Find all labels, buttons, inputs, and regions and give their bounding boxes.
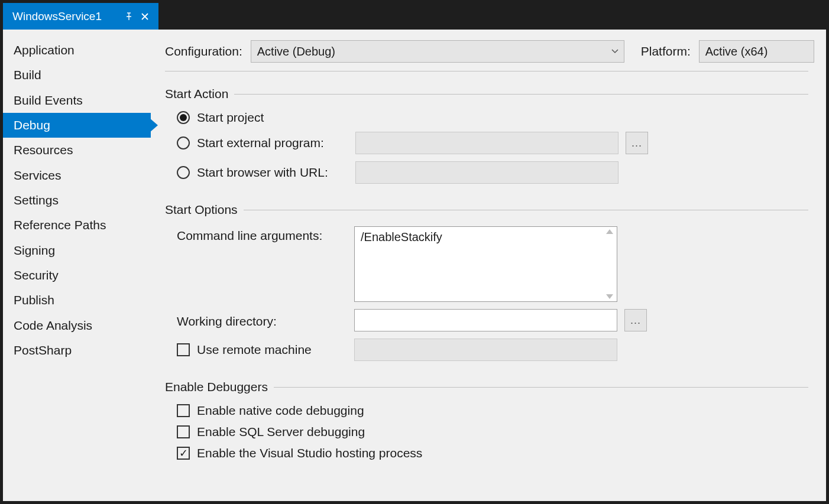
cmd-args-value: /EnableStackify: [361, 230, 442, 243]
hosting-process-label: Enable the Visual Studio hosting process: [197, 446, 422, 460]
sidebar-item-code-analysis[interactable]: Code Analysis: [3, 313, 151, 338]
enable-debuggers-heading: Enable Debuggers: [165, 380, 268, 394]
start-browser-label: Start browser with URL:: [197, 165, 355, 180]
workdir-label: Working directory:: [177, 312, 354, 329]
section-rule: [274, 387, 808, 388]
sidebar-item-services[interactable]: Services: [3, 163, 151, 188]
sidebar-item-resources[interactable]: Resources: [3, 138, 151, 162]
scroll-up-icon[interactable]: [605, 228, 614, 235]
workdir-input[interactable]: [354, 309, 617, 331]
sidebar-item-build[interactable]: Build: [3, 63, 151, 87]
remote-machine-label: Use remote machine: [197, 343, 354, 357]
configuration-label: Configuration:: [165, 44, 242, 58]
sidebar-item-application[interactable]: Application: [3, 38, 151, 63]
section-rule: [234, 94, 808, 95]
cmd-args-label: Command line arguments:: [177, 226, 354, 243]
sidebar-item-postsharp[interactable]: PostSharp: [3, 338, 151, 363]
platform-label: Platform:: [641, 44, 691, 58]
divider: [165, 71, 808, 71]
platform-value: Active (x64): [705, 45, 768, 58]
start-action-heading: Start Action: [165, 87, 228, 101]
platform-dropdown[interactable]: Active (x64): [699, 40, 814, 63]
radio-start-browser[interactable]: [177, 166, 190, 179]
tab-title: WindowsService1: [12, 10, 102, 23]
sidebar-item-reference-paths[interactable]: Reference Paths: [3, 213, 151, 238]
sidebar-item-settings[interactable]: Settings: [3, 188, 151, 213]
checkbox-hosting-process[interactable]: [177, 447, 190, 460]
radio-start-project[interactable]: [177, 111, 190, 124]
sidebar-item-signing[interactable]: Signing: [3, 238, 151, 263]
sidebar-item-publish[interactable]: Publish: [3, 288, 151, 313]
sidebar-item-debug[interactable]: Debug: [3, 113, 151, 138]
chevron-down-icon: [611, 48, 619, 54]
ellipsis-icon: ...: [630, 314, 641, 327]
start-project-label: Start project: [197, 110, 355, 125]
configuration-dropdown[interactable]: Active (Debug): [251, 40, 624, 63]
checkbox-remote-machine[interactable]: [177, 343, 190, 356]
start-browser-input[interactable]: [355, 161, 618, 184]
native-debug-label: Enable native code debugging: [197, 404, 364, 418]
cmd-args-input[interactable]: /EnableStackify: [354, 226, 617, 302]
browse-workdir-button[interactable]: ...: [624, 309, 647, 331]
section-rule: [244, 210, 808, 210]
start-external-label: Start external program:: [197, 136, 355, 150]
start-options-heading: Start Options: [165, 203, 238, 217]
sidebar: Application Build Build Events Debug Res…: [3, 30, 151, 501]
sidebar-item-security[interactable]: Security: [3, 263, 151, 288]
sql-debug-label: Enable SQL Server debugging: [197, 425, 365, 439]
tab-windowsservice1[interactable]: WindowsService1: [3, 3, 158, 30]
tab-bar: WindowsService1: [3, 3, 829, 30]
main-panel: Configuration: Active (Debug) Platform: …: [151, 30, 826, 501]
browse-external-button[interactable]: ...: [626, 132, 648, 154]
checkbox-sql-debug[interactable]: [177, 425, 190, 438]
checkbox-native-debug[interactable]: [177, 404, 190, 417]
close-icon[interactable]: [141, 12, 149, 21]
radio-start-external[interactable]: [177, 136, 190, 149]
properties-page: Application Build Build Events Debug Res…: [3, 30, 826, 501]
start-external-input[interactable]: [355, 132, 618, 154]
configuration-value: Active (Debug): [257, 45, 335, 58]
remote-machine-input[interactable]: [354, 339, 617, 361]
scroll-down-icon[interactable]: [605, 293, 614, 300]
pin-icon[interactable]: [124, 12, 132, 21]
sidebar-item-build-events[interactable]: Build Events: [3, 88, 151, 113]
ellipsis-icon: ...: [632, 137, 642, 149]
